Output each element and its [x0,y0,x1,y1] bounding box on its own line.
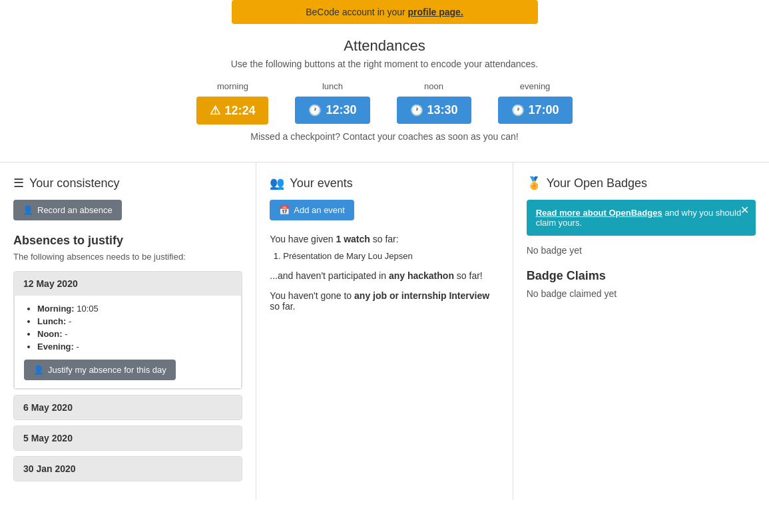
absence-date-6may: 6 May 2020 [14,396,242,419]
warning-icon [210,103,220,118]
absences-heading: Absences to justify [13,234,242,248]
checkpoint-evening-label: evening [520,81,551,91]
openbadges-link[interactable]: Read more about OpenBadges [536,208,662,218]
absence-card-30jan: 30 Jan 2020 [13,456,242,481]
banner-text: BeCode account in your [306,7,407,17]
events-heading: Your events [270,176,499,190]
badge-icon [527,176,541,190]
lunch-time: 12:30 [326,103,356,117]
absence-morning: Morning: 10:05 [37,304,232,314]
open-badges-heading: Your Open Badges [527,176,756,190]
watch-count: 1 watch [336,234,370,244]
absence-card-5may: 5 May 2020 [13,425,242,451]
checkpoint-morning-label: morning [217,81,248,91]
justify-absence-button[interactable]: Justify my absence for this day [24,360,176,380]
attendances-description: Use the following buttons at the right m… [0,59,769,69]
open-badges-column: Your Open Badges Read more about OpenBad… [513,162,769,500]
absences-sub: The following absences needs to be justi… [13,252,242,262]
lunch-button[interactable]: 12:30 [295,97,370,124]
evening-button[interactable]: 17:00 [498,97,573,124]
consistency-column: Your consistency Record an absence Absen… [0,162,256,500]
badge-claims-heading: Badge Claims [527,269,756,283]
presentations-list: Présentation de Mary Lou Jepsen [283,251,499,261]
absences-section: Absences to justify The following absenc… [13,234,242,481]
absence-card-12may: 12 May 2020 Morning: 10:05 Lunch: - Noon… [13,271,242,390]
hackathon-emphasis: any hackathon [389,270,454,281]
job-emphasis: any job or internship Interview [354,290,489,301]
absence-date-5may: 5 May 2020 [14,426,242,450]
close-alert-button[interactable]: ✕ [740,205,749,216]
evening-time: 17:00 [529,103,559,117]
morning-time: 12:24 [224,104,255,118]
attendances-section: Attendances Use the following buttons at… [0,37,769,142]
events-content: You have given 1 watch so far: Présentat… [270,234,499,312]
badge-alert-box: Read more about OpenBadges and why you s… [527,200,756,236]
top-banner: BeCode account in your profile page. [232,0,538,24]
attendances-title: Attendances [0,37,769,55]
group-icon [270,176,284,190]
profile-link[interactable]: profile page. [408,7,463,17]
checkpoints-row: morning 12:24 lunch 12:30 noon 13:30 eve… [0,81,769,125]
three-columns: Your consistency Record an absence Absen… [0,162,769,500]
no-badge-text: No badge yet [527,245,756,256]
absence-lunch: Lunch: - [37,316,232,326]
absence-noon: Noon: - [37,329,232,339]
morning-button[interactable]: 12:24 [196,97,268,125]
checkpoint-lunch-label: lunch [322,81,343,91]
checkpoint-noon: noon 13:30 [397,81,471,125]
absence-evening: Evening: - [37,342,232,352]
checkpoint-evening: evening 17:00 [498,81,573,125]
add-event-button[interactable]: Add an event [270,200,354,220]
noon-button[interactable]: 13:30 [397,97,471,124]
absence-date-30jan: 30 Jan 2020 [14,457,242,481]
consistency-heading: Your consistency [13,176,242,190]
list-icon [13,176,24,190]
record-absence-button[interactable]: Record an absence [13,200,122,220]
clock-icon-evening [511,103,525,117]
checkpoint-morning: morning 12:24 [196,81,268,125]
watch-text: You have given 1 watch so far: [270,234,499,244]
clock-icon-noon [410,103,423,117]
noon-time: 13:30 [427,103,458,117]
events-column: Your events Add an event You have given … [256,162,513,500]
absence-card-6may: 6 May 2020 [13,395,242,420]
presentation-item: Présentation de Mary Lou Jepsen [283,251,499,261]
user-icon-record [23,205,33,215]
user-icon-justify [33,365,44,375]
calendar-icon [279,205,290,215]
no-claimed-text: No badge claimed yet [527,288,756,299]
checkpoint-lunch: lunch 12:30 [295,81,370,125]
absence-date-12may: 12 May 2020 [14,272,242,296]
absence-detail-12may: Morning: 10:05 Lunch: - Noon: - Evening:… [14,296,242,389]
checkpoint-noon-label: noon [424,81,443,91]
missed-checkpoint-text: Missed a checkpoint? Contact your coache… [0,131,769,142]
clock-icon-lunch [308,103,322,117]
no-hackathon-text: ...and haven't participated in any hacka… [270,270,499,281]
absence-entries: Morning: 10:05 Lunch: - Noon: - Evening:… [24,304,232,352]
no-job-text: You haven't gone to any job or internshi… [270,290,499,312]
